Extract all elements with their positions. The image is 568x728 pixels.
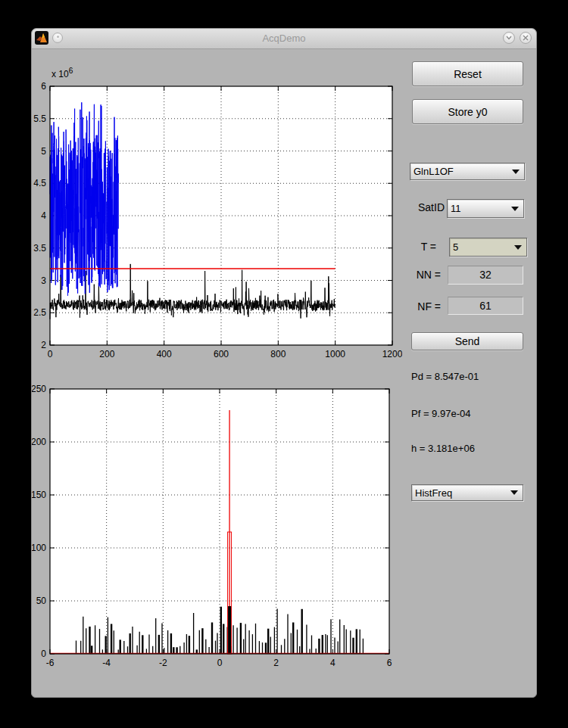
x-tick-label: 1200 <box>382 349 402 359</box>
nn-input[interactable]: 32 <box>448 266 523 285</box>
y-tick-label: 100 <box>32 543 46 553</box>
y-tick-label: 5 <box>41 146 46 157</box>
h-value: h = 3.181e+06 <box>411 443 475 454</box>
x-tick-label: 200 <box>99 349 114 359</box>
exponent-value: 6 <box>69 67 73 75</box>
chevron-down-icon <box>506 36 512 40</box>
reset-button[interactable]: Reset <box>412 61 523 86</box>
pd-value: Pd = 8.547e-01 <box>411 371 479 382</box>
signal-select-value: GlnL1OF <box>414 166 454 177</box>
x-tick-label: 400 <box>157 349 172 359</box>
nf-label: NF = <box>365 300 441 313</box>
chevron-down-icon <box>514 245 522 250</box>
bottom-chart: -6-4-20246050100150200250 <box>32 383 402 674</box>
close-button[interactable] <box>520 32 532 44</box>
y-tick-label: 50 <box>36 596 47 606</box>
top-chart: 02004006008001000120022.533.544.555.56 <box>32 65 402 360</box>
y-tick-label: 4.5 <box>33 178 46 188</box>
t-select[interactable]: 5 <box>449 238 527 257</box>
y-axis-exponent: x 106 <box>51 67 73 79</box>
close-x-path <box>523 36 528 40</box>
pf-value: Pf = 9.97e-04 <box>411 408 470 419</box>
chevron-down-icon <box>512 170 520 174</box>
hist-mode-select-value: HistFreq <box>415 487 452 499</box>
exponent-prefix: x 10 <box>51 69 69 79</box>
x-tick-label: 4 <box>330 658 335 668</box>
titlebar: AcqDemo <box>32 29 536 49</box>
x-tick-label: 800 <box>270 349 286 359</box>
nf-input[interactable]: 61 <box>448 297 523 315</box>
minimize-button[interactable] <box>503 32 515 44</box>
x-tick-label: -4 <box>102 658 111 668</box>
x-tick-label: -2 <box>159 658 167 668</box>
satid-select[interactable]: 11 <box>447 199 524 218</box>
x-tick-label: -6 <box>46 658 55 668</box>
app-window: AcqDemo 02004006008001000120022.533.544.… <box>31 28 537 698</box>
x-tick-label: 1000 <box>325 349 345 359</box>
t-select-value: 5 <box>453 241 458 253</box>
y-tick-label: 2.5 <box>33 307 46 318</box>
y-tick-label: 150 <box>32 490 46 500</box>
y-tick-label: 200 <box>32 437 46 447</box>
y-tick-label: 2 <box>41 340 46 350</box>
x-tick-label: 0 <box>48 349 53 359</box>
window-title: AcqDemo <box>32 33 536 44</box>
y-tick-label: 3.5 <box>33 243 46 254</box>
close-icon <box>523 35 529 41</box>
hist-mode-select[interactable]: HistFreq <box>411 484 523 501</box>
t-label: T = <box>365 241 436 253</box>
signal-select[interactable]: GlnL1OF <box>410 163 525 180</box>
y-tick-label: 3 <box>41 275 46 286</box>
x-tick-label: 0 <box>217 658 223 668</box>
y-tick-label: 0 <box>41 649 46 659</box>
satid-select-value: 11 <box>451 203 461 214</box>
y-tick-label: 250 <box>32 384 46 394</box>
send-button[interactable]: Send <box>411 332 523 350</box>
y-tick-label: 5.5 <box>33 114 46 124</box>
chevron-down-icon <box>510 490 518 495</box>
chevron-down-icon <box>511 207 519 211</box>
x-tick-label: 6 <box>387 658 392 668</box>
x-tick-label: 600 <box>214 349 229 359</box>
store-y0-button[interactable]: Store y0 <box>412 99 523 124</box>
desktop-background: AcqDemo 02004006008001000120022.533.544.… <box>0 0 568 728</box>
y-tick-label: 6 <box>41 81 46 92</box>
x-tick-label: 2 <box>273 658 279 668</box>
nn-label: NN = <box>365 269 441 281</box>
satid-label: SatID <box>365 201 445 213</box>
chevron-path <box>507 36 511 39</box>
y-tick-label: 4 <box>41 210 46 221</box>
